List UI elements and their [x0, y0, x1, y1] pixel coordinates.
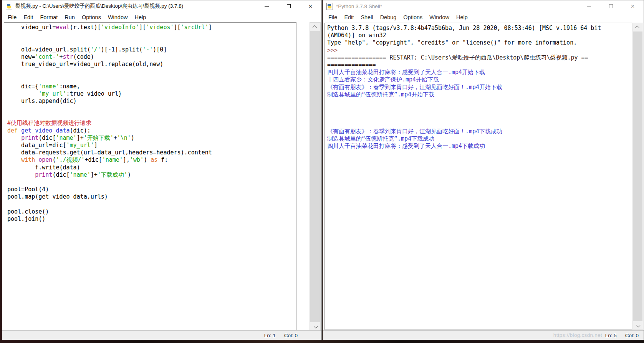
code-line: def get_video_data(dic): — [7, 127, 296, 134]
code-line — [7, 112, 296, 119]
code-line: 'my_url':true_video_url} — [7, 90, 296, 98]
editor-text-area[interactable]: video_url=eval(r.text)['videoInfo']['vid… — [4, 22, 296, 331]
code-line: print(dic['name']+'开始下载'+'\n') — [7, 134, 296, 142]
shell-titlebar[interactable]: *Python 3.7.8 Shell* ✕ — [323, 0, 644, 12]
maximize-icon — [287, 4, 291, 8]
shell-statusbar: https://blog.csdn.net Ln: 5 Col: 0 — [323, 330, 644, 340]
maximize-button[interactable] — [278, 0, 300, 12]
shell-line: (AMD64)] on win32 — [327, 32, 632, 39]
code-line — [7, 179, 296, 186]
menu-item-options[interactable]: Options — [400, 13, 426, 22]
code-line: dic={'name':name, — [7, 83, 296, 90]
maximize-button[interactable] — [600, 0, 622, 12]
python-file-icon — [6, 3, 12, 10]
editor-scrollbar[interactable] — [310, 22, 321, 331]
code-line: pool.map(get_video_data,urls) — [7, 193, 296, 200]
shell-line: 《有面有朋友》：春季到来胃口好，江湖见面吃好面！.mp4开始下载 — [327, 84, 632, 91]
close-button[interactable]: ✕ — [300, 0, 321, 12]
code-line — [7, 75, 296, 83]
python-shell-icon — [326, 3, 333, 10]
shell-line — [327, 120, 632, 128]
shell-line-indicator: Ln: 5 — [605, 333, 617, 338]
code-line: data_url=dic['my_url'] — [7, 142, 296, 149]
shell-line: ============== — [327, 61, 632, 69]
menu-item-edit[interactable]: Edit — [341, 13, 357, 22]
shell-menubar: FileEditShellDebugOptionsWindowHelp — [323, 12, 644, 22]
shell-line: 四川人千亩油菜花田打麻将：感受到了天人合一.mp4下载成功 — [327, 143, 632, 150]
shell-line: 四川人千亩油菜花田打麻将：感受到了天人合一.mp4开始下载 — [327, 69, 632, 76]
close-icon: ✕ — [631, 3, 635, 9]
minimize-button[interactable] — [578, 0, 600, 12]
menu-item-format[interactable]: Format — [36, 13, 61, 22]
shell-window: *Python 3.7.8 Shell* ✕ FileEditShellDebu… — [323, 0, 644, 340]
code-line: with open('./视频/'+dic['name'],'wb') as f… — [7, 156, 296, 164]
shell-line: 十四五看家乡：文化遗产保护.mp4开始下载 — [327, 76, 632, 83]
menu-item-help[interactable]: Help — [131, 13, 149, 22]
editor-titlebar[interactable]: 梨视频.py - C:\Users\爱吃饺子的西瓜\Desktop\爬虫练习\梨… — [2, 0, 321, 12]
scroll-up-icon[interactable] — [632, 23, 643, 31]
editor-menubar: FileEditFormatRunOptionsWindowHelp — [2, 12, 321, 22]
shell-line: Type "help", "copyright", "credits" or "… — [327, 39, 632, 46]
editor-statusbar: Ln: 1 Col: 0 — [2, 330, 321, 340]
code-line — [7, 31, 296, 38]
menu-item-file[interactable]: File — [4, 13, 20, 22]
minimize-icon — [265, 6, 269, 7]
shell-line: 《有面有朋友》：春季到来胃口好，江湖见面吃好面！.mp4下载成功 — [327, 128, 632, 135]
menu-item-edit[interactable]: Edit — [20, 13, 36, 22]
shell-text-area[interactable]: Python 3.7.8 (tags/v3.7.8:4b47a5b6ba, Ju… — [324, 23, 632, 330]
code-line: pool.join() — [7, 215, 296, 223]
code-line: #使用线程池对数据视频进行请求 — [7, 119, 296, 127]
csdn-watermark: https://blog.csdn.net — [553, 332, 602, 338]
code-line — [7, 68, 296, 75]
code-line: true_video_url=video_url.replace(old,new… — [7, 61, 296, 68]
minimize-button[interactable] — [256, 0, 278, 12]
scroll-down-icon[interactable] — [632, 321, 643, 330]
shell-line: 制造县城里的“伍德斯托克”.mp4下载成功 — [327, 135, 632, 143]
code-line: f.write(data) — [7, 164, 296, 171]
editor-scrollbar-thumb[interactable] — [310, 31, 320, 322]
code-line: new='cont-'+str(code) — [7, 53, 296, 61]
menu-item-window[interactable]: Window — [426, 13, 453, 22]
code-line: video_url=eval(r.text)['videoInfo']['vid… — [7, 24, 296, 31]
scroll-down-icon[interactable] — [310, 323, 320, 331]
code-line — [7, 201, 296, 208]
menu-item-debug[interactable]: Debug — [377, 13, 400, 22]
shell-scrollbar-thumb[interactable] — [633, 31, 642, 321]
shell-line: ================= RESTART: C:\Users\爱吃饺子… — [327, 54, 632, 61]
minimize-icon — [587, 6, 591, 7]
shell-line — [327, 98, 632, 106]
scroll-up-icon[interactable] — [310, 23, 320, 31]
code-line — [7, 38, 296, 46]
code-line: pool.close() — [7, 208, 296, 215]
editor-line-indicator: Ln: 1 — [264, 333, 276, 338]
shell-line — [327, 106, 632, 113]
editor-col-indicator: Col: 0 — [284, 333, 298, 338]
maximize-icon — [609, 4, 613, 8]
editor-window: 梨视频.py - C:\Users\爱吃饺子的西瓜\Desktop\爬虫练习\梨… — [2, 0, 322, 340]
menu-item-file[interactable]: File — [325, 13, 341, 22]
code-line — [7, 105, 296, 112]
shell-window-title: *Python 3.7.8 Shell* — [336, 3, 382, 9]
shell-line: >>> — [327, 47, 632, 54]
menu-item-help[interactable]: Help — [453, 13, 471, 22]
menu-item-options[interactable]: Options — [78, 13, 104, 22]
close-button[interactable]: ✕ — [622, 0, 644, 12]
code-line: print(dic['name']+'下载成功') — [7, 171, 296, 179]
code-line: urls.append(dic) — [7, 98, 296, 105]
shell-line — [327, 113, 632, 120]
menu-item-run[interactable]: Run — [61, 13, 78, 22]
menu-item-shell[interactable]: Shell — [357, 13, 376, 22]
shell-col-indicator: Col: 0 — [625, 333, 639, 338]
desktop: { "editor_window": { "title": "梨视频.py - … — [0, 0, 644, 343]
code-line: data=requests.get(url=data_url,headers=h… — [7, 149, 296, 156]
code-line: pool=Pool(4) — [7, 186, 296, 193]
shell-line: 制造县城里的“伍德斯托克”.mp4开始下载 — [327, 91, 632, 98]
shell-line: Python 3.7.8 (tags/v3.7.8:4b47a5b6ba, Ju… — [327, 25, 632, 32]
close-icon: ✕ — [308, 3, 313, 9]
editor-window-title: 梨视频.py - C:\Users\爱吃饺子的西瓜\Desktop\爬虫练习\梨… — [15, 3, 183, 10]
code-line: old=video_url.split('/')[-1].split('-')[… — [7, 46, 296, 53]
shell-scrollbar[interactable] — [632, 23, 643, 330]
menu-item-window[interactable]: Window — [104, 13, 131, 22]
